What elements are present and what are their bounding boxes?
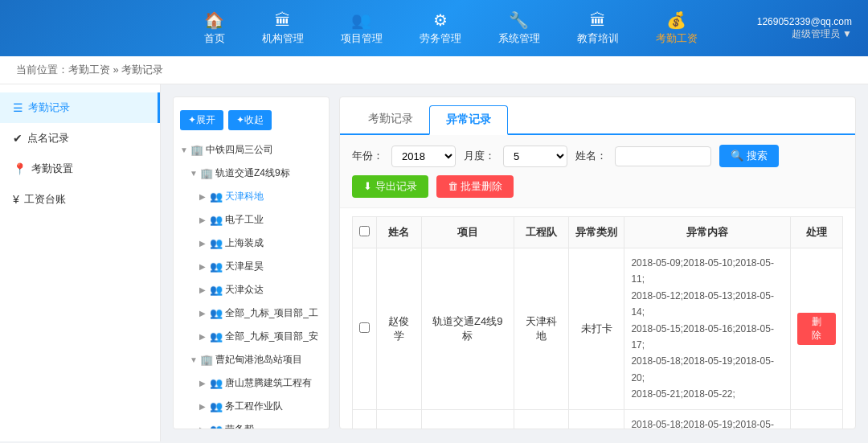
name-input[interactable] [615,146,711,166]
tree-icon-n10: 🏢 [200,354,213,366]
expand-button[interactable]: ✦展开 [180,110,223,130]
batch-delete-button[interactable]: 🗑 批量删除 [436,175,514,198]
year-select[interactable]: 2018 2017 [391,146,456,167]
tree-header: ✦展开 ✦收起 [174,104,329,138]
nav-item-org[interactable]: 🏛机构管理 [248,5,318,52]
table-row: 赵俊学轨道交通Z4线9标天津科地未打卡2018-05-09;2018-05-10… [353,248,843,410]
tree-toggle-n13: ▶ [199,425,207,429]
user-role[interactable]: 超级管理员 ▼ [757,27,852,41]
tree-node-n7[interactable]: ▶ 👥 天津众达 [174,278,329,301]
sidebar-label-kaoqin: 考勤记录 [28,100,70,115]
col-header-5: 异常内容 [624,217,791,248]
tree-node-n8[interactable]: ▶ 👥 全部_九标_项目部_工 [174,301,329,325]
tree-label-n7: 天津众达 [225,283,264,297]
tree-label-n11: 唐山慧腾建筑工程有 [225,376,312,390]
system-icon: 🔧 [509,10,529,30]
nav-item-attendance[interactable]: 💰考勤工资 [641,4,712,52]
sidebar-item-gongzi[interactable]: ¥工资台账 [0,184,160,215]
tree-node-n3[interactable]: ▶ 👥 天津科地 [174,185,329,208]
labor-icon: ⚙ [433,10,448,30]
user-info: 1269052339@qq.com 超级管理员 ▼ [757,16,852,41]
nav-item-project[interactable]: 👥项目管理 [326,4,397,52]
tree-node-n11[interactable]: ▶ 👥 唐山慧腾建筑工程有 [174,371,329,395]
tree-label-n9: 全部_九标_项目部_安 [225,330,318,343]
tree-node-n1[interactable]: ▼ 🏢 中铁四局三公司 [174,138,329,162]
tree-container: ▼ 🏢 中铁四局三公司 ▼ 🏢 轨道交通Z4线9标 ▶ 👥 天津科地 ▶ 👥 电… [174,138,329,429]
delete-button-0[interactable]: 删除 [797,313,836,345]
tree-icon-n11: 👥 [210,377,223,389]
row-action-1[interactable]: 删除 [791,409,843,429]
year-label: 年份： [352,149,383,163]
sidebar-label-gongzi: 工资台账 [24,192,66,207]
breadcrumb: 当前位置：考勤工资 » 考勤记录 [0,56,868,84]
tree-node-n4[interactable]: ▶ 👥 电子工业 [174,208,329,232]
right-panel: 考勤记录异常记录 年份： 2018 2017 月度： 123 456 789 1… [339,96,856,429]
tab-abnormal[interactable]: 异常记录 [429,105,508,135]
col-header-2: 项目 [421,217,514,248]
export-button[interactable]: ⬇ 导出记录 [352,175,428,198]
nav-label-org: 机构管理 [262,31,304,46]
nav-label-edu: 教育培训 [577,31,619,46]
table-wrap: 姓名项目工程队异常类别异常内容处理 赵俊学轨道交通Z4线9标天津科地未打卡201… [340,208,855,429]
sidebar-item-dianming[interactable]: ✔点名记录 [0,123,160,154]
tree-toggle-n11: ▶ [199,379,207,388]
tree-node-n9[interactable]: ▶ 👥 全部_九标_项目部_安 [174,325,329,348]
row-name-0: 赵俊学 [377,248,422,410]
row-project-0: 轨道交通Z4线9标 [421,248,514,410]
nav-item-labor[interactable]: ⚙劳务管理 [405,4,476,52]
nav-item-system[interactable]: 🔧系统管理 [484,4,555,52]
name-label: 姓名： [575,149,607,163]
collapse-button[interactable]: ✦收起 [228,110,272,130]
tree-label-n1: 中铁四局三公司 [206,143,273,157]
tree-node-n5[interactable]: ▶ 👥 上海装成 [174,232,329,255]
sidebar-item-kaoqin[interactable]: ☰考勤记录 [0,92,160,123]
nav-label-system: 系统管理 [498,31,540,46]
content-area: ✦展开 ✦收起 ▼ 🏢 中铁四局三公司 ▼ 🏢 轨道交通Z4线9标 ▶ 👥 天津… [161,84,868,441]
main-layout: ☰考勤记录✔点名记录📍考勤设置¥工资台账 ✦展开 ✦收起 ▼ 🏢 中铁四局三公司… [0,84,868,441]
tree-node-n10[interactable]: ▼ 🏢 曹妃甸港池岛站项目 [174,348,329,371]
select-all-checkbox[interactable] [359,226,370,236]
tree-icon-n1: 🏢 [190,144,203,156]
tree-node-n2[interactable]: ▼ 🏢 轨道交通Z4线9标 [174,162,329,185]
row-checkbox-0[interactable] [353,248,377,410]
tab-attendance[interactable]: 考勤记录 [352,105,429,135]
nav-label-home: 首页 [204,31,225,46]
tree-toggle-n10: ▼ [190,355,198,364]
tree-label-n5: 上海装成 [225,236,264,250]
shezhi-icon: 📍 [13,162,27,175]
row-check-0[interactable] [359,322,370,333]
tree-node-n13[interactable]: ▶ 👥 劳务帮 [174,418,329,429]
tree-icon-n8: 👥 [210,307,223,319]
row-action-0[interactable]: 删除 [791,248,843,410]
tree-toggle-n7: ▶ [199,285,207,294]
nav-item-edu[interactable]: 🏛教育培训 [563,5,633,52]
tree-node-n6[interactable]: ▶ 👥 天津星昊 [174,255,329,278]
tree-icon-n12: 👥 [210,400,223,412]
sidebar-label-shezhi: 考勤设置 [31,162,73,176]
tree-node-n12[interactable]: ▶ 👥 务工程作业队 [174,395,329,418]
org-icon: 🏛 [275,11,291,30]
sidebar-item-shezhi[interactable]: 📍考勤设置 [0,154,160,184]
header: 🏠首页🏛机构管理👥项目管理⚙劳务管理🔧系统管理🏛教育培训💰考勤工资 126905… [0,0,868,56]
row-name-1: 兰士卫 [377,409,422,429]
tree-toggle-n4: ▶ [199,215,207,224]
tree-label-n12: 务工程作业队 [225,400,283,413]
row-team-1: 天津科地 [514,409,569,429]
main-nav: 🏠首页🏛机构管理👥项目管理⚙劳务管理🔧系统管理🏛教育培训💰考勤工资 [145,4,757,52]
tree-icon-n9: 👥 [210,330,223,343]
tree-label-n13: 劳务帮 [225,423,254,429]
col-header-6: 处理 [791,217,843,248]
home-icon: 🏠 [204,10,224,30]
col-header-0 [353,217,377,248]
nav-item-home[interactable]: 🏠首页 [190,4,240,52]
search-button[interactable]: 🔍 搜索 [719,145,779,167]
nav-label-project: 项目管理 [341,31,383,46]
tree-icon-n7: 👥 [210,284,223,296]
tree-toggle-n2: ▼ [190,169,198,178]
table-header: 姓名项目工程队异常类别异常内容处理 [353,217,843,248]
row-checkbox-1[interactable] [353,409,377,429]
gongzi-icon: ¥ [13,193,19,206]
month-select[interactable]: 123 456 789 101112 [503,146,567,167]
col-header-3: 工程队 [514,217,569,248]
tree-icon-n4: 👥 [210,214,223,226]
